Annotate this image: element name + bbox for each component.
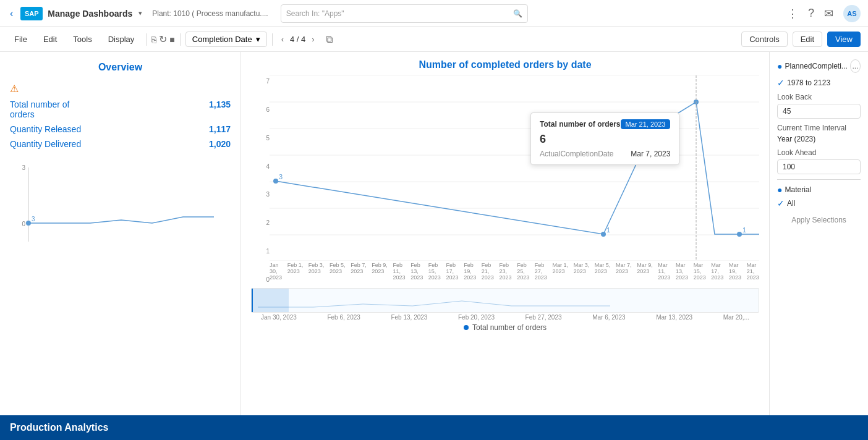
metric-row-delivered: Quantity Delivered 1,020: [10, 139, 231, 149]
chart-title: Number of completed orders by date: [251, 59, 759, 70]
look-ahead-label: Look Ahead: [777, 148, 861, 157]
more-options-button[interactable]: ...: [850, 59, 861, 73]
all-row: ✓ All: [777, 198, 861, 208]
x-label: Feb11,2023: [393, 262, 405, 281]
x-label: Mar 3,2023: [574, 262, 590, 281]
tooltip-header: Total number of orders Mar 21, 2023: [540, 119, 670, 129]
material-label: Material: [785, 185, 811, 194]
metric-row-released: Quantity Released 1,117: [10, 124, 231, 134]
right-panel-header: ● PlannedCompleti... ...: [777, 59, 861, 73]
user-avatar[interactable]: AS: [843, 5, 861, 22]
left-panel: Overview ⚠ Total number oforders 1,135 Q…: [0, 52, 241, 415]
delivered-value: 1,020: [209, 139, 231, 149]
x-label: Feb21,2023: [482, 262, 494, 281]
plant-info: Plant: 1010 ( Process manufactu....: [152, 9, 268, 18]
right-panel: ● PlannedCompleti... ... ✓ 1978 to 2123 …: [769, 52, 868, 415]
year-range-row: ✓ 1978 to 2123: [777, 78, 861, 88]
x-label: Mar 7,2023: [616, 262, 632, 281]
x-label: Feb17,2023: [446, 262, 458, 281]
x-label: Feb 3,2023: [308, 262, 325, 281]
metric-row-orders: Total number oforders 1,135: [10, 99, 231, 119]
dropdown-arrow-icon: ▾: [256, 35, 260, 44]
all-label: All: [787, 199, 795, 208]
orders-label: Total number oforders: [10, 99, 70, 119]
chart-navigator[interactable]: [251, 288, 759, 313]
svg-point-13: [273, 179, 278, 184]
toolbar-divider-2: [180, 33, 181, 46]
pagination-next-icon[interactable]: ›: [308, 33, 318, 45]
grid-icon[interactable]: ⋮: [787, 7, 798, 20]
bell-icon[interactable]: ✉: [824, 7, 833, 20]
x-label: Mar 1,2023: [553, 262, 569, 281]
file-menu[interactable]: File: [7, 32, 34, 47]
legend-dot-icon: [464, 325, 469, 330]
refresh-icon[interactable]: ↻: [159, 33, 167, 45]
view-button[interactable]: View: [827, 32, 861, 47]
legend-label: Total number of orders: [472, 323, 547, 332]
mini-chart-svg: 3 0 3: [10, 161, 231, 254]
tools-menu[interactable]: Tools: [66, 32, 98, 47]
year-range-label: 1978 to 2123: [787, 78, 830, 87]
stop-icon[interactable]: ■: [169, 35, 174, 44]
x-label: Mar17,2023: [711, 262, 723, 281]
svg-point-21: [737, 232, 742, 237]
pagination-prev-icon[interactable]: ‹: [278, 33, 287, 45]
x-label: Mar 5,2023: [595, 262, 611, 281]
x-label: Mar 9,2023: [637, 262, 653, 281]
footer: Production Analytics: [0, 415, 868, 440]
app-title: Manage Dashboards: [48, 9, 132, 19]
x-label: Feb27,2023: [535, 262, 547, 281]
completion-date-dropdown[interactable]: Completion Date ▾: [185, 32, 267, 47]
tooltip-date-badge: Mar 21, 2023: [621, 119, 671, 129]
expand-icon[interactable]: ⧉: [326, 34, 333, 45]
filter-icon[interactable]: ⎘: [151, 35, 156, 44]
look-back-input[interactable]: [777, 104, 861, 119]
toolbar: File Edit Tools Display ⎘ ↻ ■ Completion…: [0, 27, 868, 52]
svg-text:1: 1: [742, 226, 746, 234]
x-label: Feb 1,2023: [287, 262, 304, 281]
material-header: ● Material: [777, 185, 861, 195]
main-chart-svg: 3 1 5 1 1 1 7 6 5 4: [270, 75, 759, 261]
material-filter-icon: ●: [777, 185, 782, 195]
completion-date-label: Completion Date: [192, 35, 252, 44]
released-label: Quantity Released: [10, 124, 81, 134]
separator-1: [777, 179, 861, 180]
svg-text:0: 0: [22, 221, 25, 227]
svg-text:3: 3: [279, 173, 283, 180]
display-menu[interactable]: Display: [101, 32, 142, 47]
look-ahead-input[interactable]: [777, 159, 861, 174]
sap-logo: SAP: [20, 7, 43, 20]
time-interval-label: Current Time Interval: [777, 124, 861, 132]
x-label: Feb 5,2023: [330, 262, 346, 281]
delivered-label: Quantity Delivered: [10, 139, 81, 149]
toolbar-divider-3: [272, 33, 273, 46]
search-icon[interactable]: 🔍: [513, 9, 522, 18]
x-label: Mar15,2023: [694, 262, 706, 281]
toolbar-divider-1: [146, 33, 147, 46]
navigator-selection-handle[interactable]: [252, 289, 289, 312]
back-arrow[interactable]: ‹: [7, 6, 15, 22]
check-icon: ✓: [777, 78, 785, 88]
footer-title: Production Analytics: [10, 422, 108, 433]
x-label: Mar19,2023: [729, 262, 741, 281]
x-label: Mar13,2023: [676, 262, 688, 281]
x-label: Mar11,2023: [658, 262, 670, 281]
main-layout: Overview ⚠ Total number oforders 1,135 Q…: [0, 52, 868, 415]
app-title-dropdown-icon[interactable]: ▾: [138, 9, 142, 17]
x-label: Feb 9,2023: [372, 262, 388, 281]
released-value: 1,117: [209, 124, 231, 134]
controls-button[interactable]: Controls: [741, 32, 787, 47]
x-label: Feb 7,2023: [351, 262, 367, 281]
filter-icon-right: ●: [777, 61, 782, 71]
chart-container[interactable]: 76543210: [251, 75, 759, 286]
help-icon[interactable]: ?: [808, 7, 814, 20]
nav-icons: ⋮ ? ✉ AS: [787, 5, 861, 22]
svg-text:3: 3: [22, 164, 25, 171]
apply-selections-button[interactable]: Apply Selections: [777, 216, 861, 224]
tooltip-field-label: ActualCompletionDate: [540, 150, 613, 158]
x-label: Feb13,2023: [411, 262, 423, 281]
svg-point-3: [26, 221, 31, 226]
search-bar[interactable]: Search In: "Apps" 🔍: [281, 4, 528, 23]
edit-button[interactable]: Edit: [793, 32, 822, 47]
edit-menu[interactable]: Edit: [36, 32, 64, 47]
